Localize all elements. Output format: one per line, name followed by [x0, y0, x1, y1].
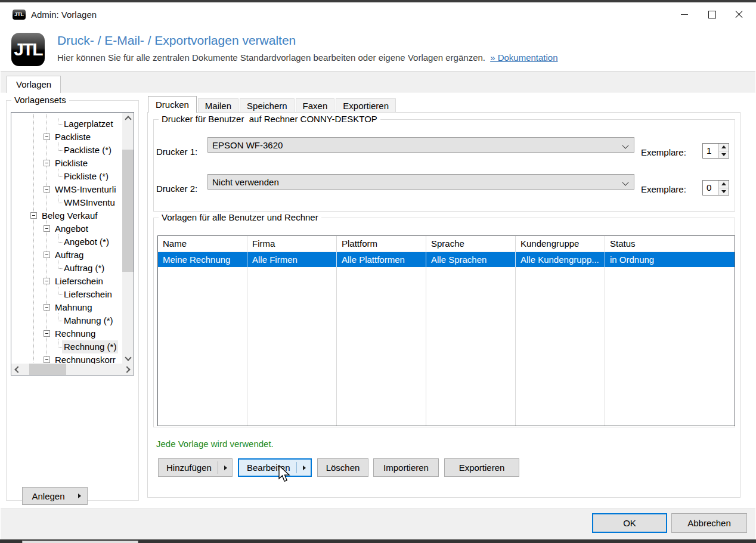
tab-faxen[interactable]: Faxen [296, 98, 335, 113]
exportieren-button[interactable]: Exportieren [444, 458, 519, 477]
chevron-down-icon [622, 179, 628, 185]
tree-item[interactable]: Pickliste [11, 157, 122, 170]
column-header-kundengruppe[interactable]: Kundengruppe [516, 236, 605, 252]
tree-item-label: Angebot (*) [62, 235, 111, 249]
tab-exportieren[interactable]: Exportieren [336, 98, 396, 113]
tree-collapse-icon[interactable] [44, 225, 50, 232]
tree-item-label: Auftrag [53, 249, 85, 262]
horizontal-scroll-thumb[interactable] [29, 364, 66, 375]
admin-vorlagen-window: JTL Admin: Vorlagen JTL Druck- / E-Mail-… [0, 0, 756, 543]
documentation-link[interactable]: » Dokumentation [490, 52, 557, 63]
tree-item[interactable]: Lagerplatzet [11, 117, 122, 131]
als-standardvorlagenset-button[interactable]: Als Standardvorlagenset [22, 541, 138, 543]
tree-item[interactable]: Angebot [11, 222, 122, 235]
spin-down-button[interactable] [719, 188, 729, 196]
tree-item[interactable]: Lieferschein [11, 288, 122, 301]
tree-item[interactable]: WMSInventu [11, 196, 122, 209]
printer1-select[interactable]: EPSON WF-3620 [207, 137, 634, 153]
tree-item[interactable]: Angebot (*) [11, 235, 122, 249]
löschen-button[interactable]: Löschen [317, 458, 368, 477]
maximize-button[interactable] [698, 2, 726, 26]
column-header-status[interactable]: Status [605, 236, 735, 252]
tab-drucken[interactable]: Drucken [148, 96, 197, 113]
printer2-select[interactable]: Nicht verwenden [207, 174, 634, 190]
tree-item[interactable]: Auftrag (*) [11, 262, 122, 275]
hinzufügen-button[interactable]: Hinzufügen [158, 458, 233, 477]
tree-item[interactable]: Packliste (*) [11, 144, 122, 157]
tree-item[interactable]: Mahnung (*) [11, 314, 122, 327]
scroll-down-button[interactable] [122, 353, 134, 364]
tree-vertical-scrollbar[interactable] [122, 113, 134, 364]
button-label: Löschen [318, 459, 368, 476]
tree-collapse-icon[interactable] [44, 252, 50, 258]
tab-speichern[interactable]: Speichern [240, 98, 295, 113]
button-label: Hinzufügen [159, 459, 232, 476]
tab-vorlagen[interactable]: Vorlagen [7, 76, 61, 93]
titlebar[interactable]: JTL Admin: Vorlagen [1, 2, 755, 26]
tab-mailen[interactable]: Mailen [198, 98, 238, 113]
minimize-button[interactable] [671, 2, 698, 26]
importieren-button[interactable]: Importieren [373, 458, 439, 477]
menu-arrow-icon [303, 466, 306, 470]
empty-column-area [158, 267, 247, 426]
tree-item-label: Auftrag (*) [62, 262, 106, 275]
tree-item-label: Packliste (*) [62, 144, 113, 157]
empty-column-area [337, 267, 426, 426]
tree-collapse-icon[interactable] [44, 160, 50, 166]
window-controls [671, 2, 753, 26]
tree-item[interactable]: Rechnung [11, 327, 122, 340]
tree-item[interactable]: Mahnung [11, 301, 122, 314]
tree-item-label: Rechnung (*) [62, 340, 118, 353]
tree-item[interactable]: Packliste [11, 131, 122, 144]
button-label: Exportieren [445, 459, 519, 476]
cancel-button[interactable]: Abbrechen [671, 513, 747, 533]
tree-item-label: Lieferschein [62, 288, 114, 301]
scroll-right-button[interactable] [122, 364, 134, 375]
tree-collapse-icon[interactable] [44, 304, 50, 311]
table-row[interactable]: Meine RechnungAlle FirmenAlle Plattforme… [158, 252, 735, 267]
triangle-up-icon [721, 145, 726, 148]
bearbeiten-button[interactable]: Bearbeiten [238, 458, 312, 477]
tree-item[interactable]: Rechnungskorr [11, 353, 122, 364]
split-divider [296, 462, 297, 473]
tree-collapse-icon[interactable] [44, 330, 50, 337]
tree-item[interactable]: Auftrag [11, 249, 122, 262]
vertical-scroll-thumb[interactable] [122, 150, 134, 272]
scroll-left-button[interactable] [11, 364, 23, 375]
anlegen-button[interactable]: Anlegen [22, 487, 88, 505]
spin-down-button[interactable] [719, 151, 729, 159]
tree-collapse-icon[interactable] [44, 134, 50, 140]
triangle-down-icon [721, 190, 726, 193]
tree-item[interactable]: WMS-Inventurli [11, 183, 122, 196]
tree-item[interactable]: Lieferschein [11, 275, 122, 288]
tree-item[interactable]: Pickliste (*) [11, 170, 122, 183]
empty-column-area [516, 267, 605, 426]
tree-collapse-icon[interactable] [30, 212, 37, 219]
tree-collapse-icon[interactable] [44, 278, 50, 284]
table-cell: Alle Kundengrupp... [516, 252, 605, 267]
tree-item-label: Pickliste [53, 157, 89, 170]
tree-item[interactable]: Beleg Verkauf [11, 209, 122, 222]
ok-button[interactable]: OK [592, 513, 667, 533]
tree-item-label: Mahnung (*) [62, 314, 115, 327]
tree-item[interactable]: Rechnung (*) [11, 340, 122, 353]
spin-up-button[interactable] [719, 144, 729, 151]
tree-collapse-icon[interactable] [44, 356, 50, 363]
tree-horizontal-scrollbar[interactable] [11, 364, 134, 375]
copies2-spinner[interactable]: 0 [702, 180, 729, 196]
window-title: Admin: Vorlagen [31, 10, 97, 20]
status-text: Jede Vorlage wird verwendet. [156, 439, 274, 449]
column-header-name[interactable]: Name [158, 236, 247, 252]
close-button[interactable] [726, 2, 753, 26]
tree-collapse-icon[interactable] [44, 186, 50, 193]
template-set-tree[interactable]: LagerplatzetPacklistePackliste (*)Pickli… [11, 112, 134, 376]
column-header-firma[interactable]: Firma [247, 236, 337, 252]
scroll-up-button[interactable] [122, 113, 134, 123]
copies1-spinner[interactable]: 1 [702, 143, 729, 159]
column-header-sprache[interactable]: Sprache [426, 236, 516, 252]
spin-up-button[interactable] [719, 181, 729, 188]
triangle-down-icon [721, 153, 726, 156]
templates-group-label: Vorlagen für alle Benutzer und Rechner [159, 212, 321, 222]
column-header-plattform[interactable]: Plattform [337, 236, 426, 252]
minimize-icon [681, 14, 688, 15]
